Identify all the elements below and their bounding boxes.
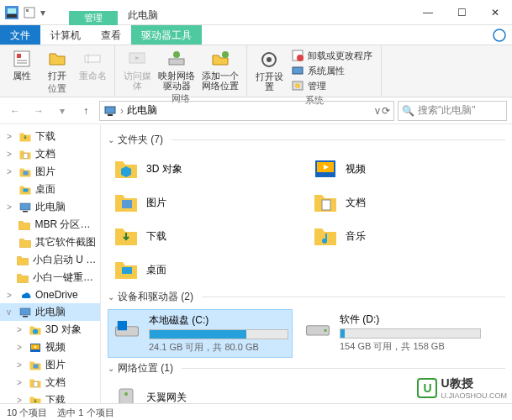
ribbon-map-drive[interactable]: 映射网络驱动器 bbox=[156, 47, 198, 92]
nav-forward[interactable]: → bbox=[29, 101, 49, 121]
folder-item[interactable]: 音乐 bbox=[307, 219, 506, 253]
ribbon-rename[interactable]: 重命名 bbox=[76, 47, 109, 82]
network-label: 天翼网关 bbox=[146, 391, 187, 404]
svg-rect-18 bbox=[293, 67, 303, 74]
tree-item[interactable]: MBR 分区步骤 bbox=[0, 216, 100, 234]
breadcrumb-location: 此电脑 bbox=[127, 103, 372, 118]
expand-icon[interactable]: v bbox=[7, 307, 15, 317]
folder-item[interactable]: 桌面 bbox=[108, 253, 307, 286]
tree-item[interactable]: >此电脑 bbox=[0, 198, 100, 216]
video-icon bbox=[29, 341, 42, 354]
minimize-button[interactable]: — bbox=[411, 1, 445, 24]
drive-item[interactable]: 软件 (D:)154 GB 可用，共 158 GB bbox=[299, 309, 484, 358]
nav-up[interactable]: ↑ bbox=[76, 101, 96, 121]
network-item[interactable]: 天翼网关 bbox=[108, 381, 307, 403]
breadcrumb-dropdown-icon[interactable]: v bbox=[375, 105, 380, 117]
help-button[interactable] bbox=[487, 25, 512, 45]
ribbon-tabs: 文件 计算机 查看 驱动器工具 bbox=[0, 25, 512, 45]
expand-icon[interactable]: > bbox=[17, 360, 25, 370]
group-folders-header[interactable]: ⌄ 文件夹 (7) bbox=[108, 133, 505, 147]
ribbon-properties[interactable]: 属性 bbox=[5, 47, 39, 82]
tree-item[interactable]: >视频 bbox=[0, 339, 100, 356]
folder-label: 下载 bbox=[146, 229, 166, 244]
ribbon-open-settings[interactable]: 打开设置 bbox=[252, 47, 286, 94]
tab-file[interactable]: 文件 bbox=[0, 25, 40, 45]
tree-item[interactable]: >下载 bbox=[0, 128, 100, 145]
folder-label: 文档 bbox=[346, 196, 366, 210]
folder-icon bbox=[18, 236, 32, 249]
tree-item[interactable]: >文档 bbox=[0, 374, 100, 391]
tree-item-label: MBR 分区步骤 bbox=[34, 218, 97, 232]
expand-icon[interactable]: > bbox=[7, 150, 15, 159]
group-drives-header[interactable]: ⌄ 设备和驱动器 (2) bbox=[108, 290, 505, 304]
nav-recent[interactable]: ▾ bbox=[52, 101, 72, 121]
tree-item[interactable]: >文档 bbox=[0, 145, 100, 163]
expand-icon[interactable]: > bbox=[7, 291, 15, 300]
close-button[interactable]: ✕ bbox=[478, 1, 512, 24]
ribbon-add-location[interactable]: 添加一个网络位置 bbox=[199, 47, 241, 92]
ribbon-uninstall[interactable]: 卸载或更改程序 bbox=[291, 49, 372, 62]
doc-icon bbox=[312, 189, 339, 216]
expand-icon[interactable]: > bbox=[17, 325, 25, 334]
nav-tree[interactable]: >下载>文档>图片桌面>此电脑MBR 分区步骤其它软件截图小白启动 U 盘制作步… bbox=[0, 124, 101, 403]
tree-item[interactable]: >3D 对象 bbox=[0, 321, 100, 339]
svg-rect-28 bbox=[20, 308, 30, 315]
folder-icon bbox=[16, 271, 29, 285]
folder-item[interactable]: 图片 bbox=[108, 186, 307, 219]
doc-icon bbox=[18, 148, 32, 161]
folder-item[interactable]: 视频 bbox=[307, 152, 506, 186]
tab-drive-tools[interactable]: 驱动器工具 bbox=[131, 25, 202, 45]
tree-item-label: 此电脑 bbox=[35, 200, 66, 214]
tree-item[interactable]: >图片 bbox=[0, 163, 100, 181]
refresh-icon[interactable]: ⟳ bbox=[382, 105, 390, 117]
qat-dropdown-icon[interactable]: ▾ bbox=[40, 7, 52, 18]
svg-rect-29 bbox=[23, 316, 28, 318]
qat-properties-icon[interactable] bbox=[24, 7, 35, 18]
tree-item[interactable]: 桌面 bbox=[0, 181, 100, 198]
folder-item[interactable]: 文档 bbox=[307, 186, 506, 219]
tree-item[interactable]: >OneDrive bbox=[0, 286, 100, 303]
download-icon bbox=[29, 394, 42, 404]
download-icon bbox=[113, 223, 140, 249]
nav-back[interactable]: ← bbox=[5, 101, 25, 121]
svg-rect-2 bbox=[8, 8, 16, 13]
music-icon bbox=[312, 223, 339, 249]
expand-icon[interactable]: > bbox=[17, 378, 25, 387]
svg-rect-43 bbox=[122, 200, 132, 208]
maximize-button[interactable]: ☐ bbox=[445, 1, 478, 24]
ribbon-manage[interactable]: 管理 bbox=[291, 79, 372, 92]
svg-point-20 bbox=[295, 83, 300, 88]
tree-item[interactable]: v此电脑 bbox=[0, 303, 100, 321]
tree-item-label: 下载 bbox=[35, 129, 55, 144]
expand-icon[interactable]: > bbox=[7, 202, 15, 212]
svg-rect-21 bbox=[105, 107, 115, 113]
tree-item[interactable]: 其它软件截图 bbox=[0, 234, 100, 251]
tree-item[interactable]: 小白一键重装 Win10 bbox=[0, 269, 100, 286]
desktop-icon bbox=[18, 183, 32, 197]
ribbon-open[interactable]: 打开 bbox=[40, 47, 74, 82]
ribbon-sys-props[interactable]: 系统属性 bbox=[291, 64, 372, 77]
expand-icon[interactable]: > bbox=[17, 396, 25, 403]
tab-view[interactable]: 查看 bbox=[91, 25, 131, 45]
tree-item[interactable]: >下载 bbox=[0, 391, 100, 403]
folder-item[interactable]: 3D 对象 bbox=[108, 152, 307, 186]
breadcrumb[interactable]: › 此电脑 v ⟳ bbox=[99, 101, 394, 121]
tab-computer[interactable]: 计算机 bbox=[40, 25, 91, 45]
expand-icon[interactable]: > bbox=[7, 167, 15, 176]
tree-item[interactable]: 小白启动 U 盘制作步 bbox=[0, 251, 100, 269]
expand-icon[interactable]: > bbox=[17, 343, 25, 352]
drive-capacity-bar bbox=[149, 329, 288, 339]
svg-rect-34 bbox=[34, 381, 38, 386]
media-icon bbox=[127, 49, 147, 69]
folder-item[interactable]: 下载 bbox=[108, 219, 307, 253]
tree-item-label: 其它软件截图 bbox=[35, 235, 96, 249]
svg-rect-26 bbox=[20, 203, 30, 210]
tree-item[interactable]: >图片 bbox=[0, 356, 100, 374]
expand-icon[interactable]: > bbox=[7, 132, 15, 141]
drive-item[interactable]: 本地磁盘 (C:)24.1 GB 可用，共 80.0 GB bbox=[108, 309, 293, 358]
folder-icon bbox=[18, 218, 31, 232]
group-network-header[interactable]: ⌄ 网络位置 (1) bbox=[108, 361, 505, 375]
ribbon-access-media[interactable]: 访问媒体 bbox=[120, 47, 154, 92]
drive-capacity-bar bbox=[340, 328, 481, 339]
search-input[interactable]: 🔍 搜索"此电脑" bbox=[398, 101, 507, 121]
